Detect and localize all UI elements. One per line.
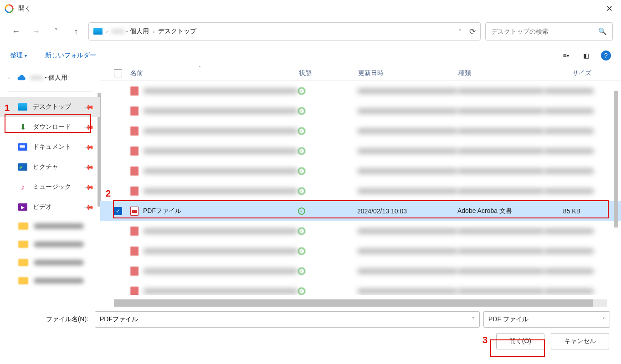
- toolbar-row: 整理 ▾ 新しいフォルダー ≡ ▾ ◧ ?: [0, 46, 621, 66]
- location-icon: [93, 28, 103, 35]
- recent-locations-button[interactable]: ˅: [48, 24, 64, 39]
- back-button[interactable]: ←: [8, 24, 24, 39]
- pin-icon[interactable]: 📌: [84, 162, 94, 172]
- sidebar-item-blur[interactable]: [0, 217, 100, 235]
- sidebar-item-blur[interactable]: [0, 235, 100, 253]
- horizontal-scrollbar[interactable]: [114, 299, 607, 307]
- file-state: ✓: [298, 207, 357, 215]
- file-name: PDFファイル: [143, 207, 298, 215]
- sidebar-item-blur[interactable]: [0, 253, 100, 272]
- open-button[interactable]: 開く(O): [496, 333, 544, 349]
- sidebar-item-desktop[interactable]: デスクトップ 📌: [0, 97, 100, 117]
- file-size: 85 KB: [544, 207, 594, 215]
- pin-icon[interactable]: 📌: [84, 142, 94, 152]
- address-bar[interactable]: › xxxx - 個人用 › デスクトップ ˅ ⟳: [88, 22, 481, 40]
- column-size[interactable]: サイズ: [545, 69, 595, 77]
- filename-label: ファイル名(N):: [11, 315, 88, 324]
- sidebar-item-label: ダウンロード: [33, 123, 71, 131]
- column-type[interactable]: 種類: [458, 69, 545, 77]
- refresh-icon[interactable]: ⟳: [469, 27, 476, 36]
- new-folder-button[interactable]: 新しいフォルダー: [45, 51, 96, 60]
- search-icon[interactable]: 🔍: [598, 27, 607, 35]
- tree-root-onedrive[interactable]: › xxxx - 個人用: [0, 70, 100, 86]
- cancel-button[interactable]: キャンセル: [551, 333, 609, 349]
- sidebar-item-blur[interactable]: [0, 272, 100, 290]
- desktop-icon: [18, 103, 27, 111]
- file-row[interactable]: x✓xxx: [100, 261, 621, 281]
- file-row[interactable]: x✓xxx: [100, 281, 621, 295]
- preview-pane-button[interactable]: ◧: [581, 51, 591, 61]
- sidebar-item-pictures[interactable]: ピクチャ 📌: [0, 157, 100, 177]
- column-name[interactable]: ˄名前: [130, 69, 299, 77]
- sidebar: › xxxx - 個人用 デスクトップ 📌 ⬇ ダウンロード 📌 ドキュメント …: [0, 66, 100, 302]
- help-icon[interactable]: ?: [601, 51, 611, 61]
- sidebar-item-label: ミュージック: [33, 183, 71, 191]
- select-all-checkbox[interactable]: [114, 69, 122, 77]
- chevron-down-icon: ▾: [25, 53, 27, 58]
- pin-icon[interactable]: 📌: [84, 101, 94, 112]
- file-row[interactable]: x✓xxx: [100, 121, 621, 141]
- file-pane: ˄名前 状態 更新日時 種類 サイズ x✓xxx x✓xxx x✓xxx x✓x…: [100, 66, 621, 302]
- file-row[interactable]: x✓xxx: [100, 101, 621, 121]
- sidebar-item-downloads[interactable]: ⬇ ダウンロード 📌: [0, 117, 100, 137]
- sidebar-item-music[interactable]: ♪ ミュージック 📌: [0, 177, 100, 197]
- pin-icon[interactable]: 📌: [84, 202, 94, 212]
- file-row[interactable]: x✓xxx: [100, 81, 621, 101]
- search-input[interactable]: [491, 28, 598, 35]
- row-checkbox[interactable]: ✓: [114, 207, 122, 215]
- close-icon[interactable]: ✕: [606, 4, 613, 14]
- filename-row: ファイル名(N): ˅ PDF ファイル ˅: [11, 311, 610, 328]
- titlebar: 開く ✕: [0, 0, 621, 17]
- sidebar-item-documents[interactable]: ドキュメント 📌: [0, 137, 100, 157]
- sidebar-item-videos[interactable]: ▶ ビデオ 📌: [0, 197, 100, 217]
- sort-up-icon: ˄: [199, 66, 201, 71]
- file-row[interactable]: x✓xxx: [100, 141, 621, 161]
- file-row[interactable]: x✓xxx: [100, 181, 621, 201]
- button-row: 開く(O) キャンセル: [11, 333, 610, 349]
- sidebar-item-label: ピクチャ: [33, 163, 58, 171]
- sidebar-item-label: デスクトップ: [33, 103, 71, 111]
- window-title: 開く: [18, 5, 31, 13]
- filename-input[interactable]: [100, 316, 472, 323]
- arrow-right-icon: →: [32, 27, 40, 36]
- breadcrumb-desktop[interactable]: デスクトップ: [158, 27, 196, 35]
- chevron-down-icon: ˅: [602, 317, 605, 323]
- app-icon: [5, 4, 14, 13]
- search-box[interactable]: 🔍: [485, 22, 613, 40]
- filename-combobox[interactable]: ˅: [95, 311, 480, 328]
- forward-button[interactable]: →: [28, 24, 44, 39]
- pin-icon[interactable]: 📌: [84, 121, 94, 132]
- view-mode-button[interactable]: ≡ ▾: [561, 51, 571, 61]
- quick-access-list: デスクトップ 📌 ⬇ ダウンロード 📌 ドキュメント 📌 ピクチャ 📌 ♪ ミュ…: [0, 97, 100, 290]
- pin-icon[interactable]: 📌: [84, 182, 94, 192]
- file-type: Adobe Acroba 文書: [457, 207, 544, 215]
- cloud-icon: [16, 75, 26, 81]
- breadcrumb-user[interactable]: xxxx - 個人用: [112, 27, 149, 35]
- sidebar-divider: [8, 91, 92, 91]
- file-scrollbar[interactable]: [614, 91, 618, 228]
- organize-button[interactable]: 整理 ▾: [10, 51, 27, 60]
- file-list: x✓xxx x✓xxx x✓xxx x✓xxx x✓xxx x✓xxx ✓ PD…: [100, 81, 621, 295]
- up-button[interactable]: ↑: [68, 24, 84, 39]
- filetype-filter[interactable]: PDF ファイル ˅: [483, 311, 610, 328]
- sidebar-item-label: ドキュメント: [33, 143, 71, 151]
- pictures-icon: [18, 163, 27, 171]
- arrow-left-icon: ←: [12, 27, 20, 36]
- file-header: ˄名前 状態 更新日時 種類 サイズ: [100, 66, 621, 81]
- tree-root-label: xxxx - 個人用: [30, 74, 67, 82]
- chevron-right-icon: ›: [153, 29, 154, 34]
- chevron-down-icon: ˅: [54, 26, 58, 36]
- file-row-pdf[interactable]: ✓ PDFファイル ✓ 2024/02/13 10:03 Adobe Acrob…: [100, 201, 621, 221]
- file-date: 2024/02/13 10:03: [357, 207, 457, 215]
- file-row[interactable]: x✓xxx: [100, 241, 621, 261]
- chevron-down-icon[interactable]: ˅: [459, 28, 462, 35]
- documents-icon: [18, 143, 27, 151]
- column-date[interactable]: 更新日時: [358, 69, 458, 77]
- sidebar-item-label: ビデオ: [33, 203, 52, 211]
- chevron-down-icon[interactable]: ˅: [472, 317, 475, 323]
- download-icon: ⬇: [18, 123, 27, 131]
- file-row[interactable]: x✓xxx: [100, 221, 621, 241]
- column-state[interactable]: 状態: [299, 69, 358, 77]
- file-row[interactable]: x✓xxx: [100, 161, 621, 181]
- chevron-right-icon[interactable]: ›: [8, 76, 13, 81]
